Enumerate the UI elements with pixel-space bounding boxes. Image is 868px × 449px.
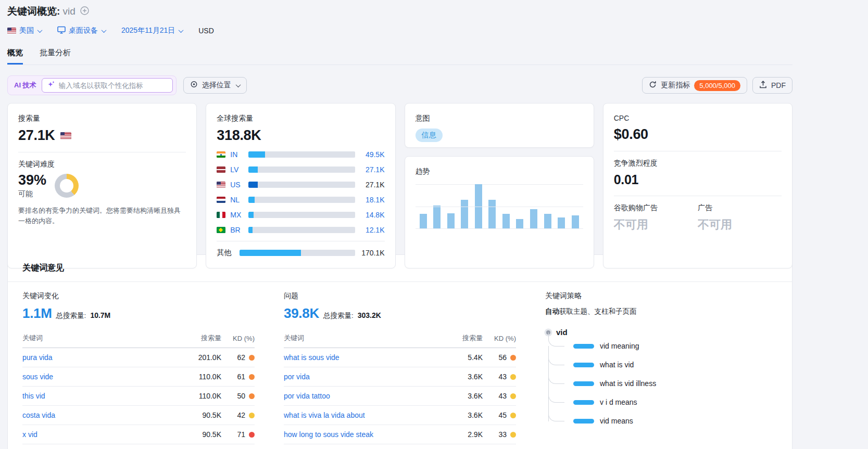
global-volume-card: 全球搜索量 318.8K IN 49.5K LV 27.1K US [206,103,395,268]
country-volume-value[interactable]: 18.1K [360,196,385,204]
strategy-child-label[interactable]: v i d means [600,398,637,406]
keyword-link[interactable]: what is sous vide [284,353,339,362]
other-volume-value: 170.1K [360,249,385,257]
column-header-keyword[interactable]: 关键词 [284,329,443,348]
strategy-child: vid means [548,412,777,430]
country-row: NL 18.1K [217,196,384,204]
country-row: IN 49.5K [217,150,384,159]
page-title: 关键词概览: vid [7,5,76,18]
topic-bar-icon [573,419,594,424]
questions-total-label: 总搜索量: [323,311,354,320]
keyword-link[interactable]: how long to sous vide steak [284,430,373,439]
strategy-subtitle-rest: 获取主题、支柱和子页面 [559,307,637,315]
strategy-child-label[interactable]: vid means [600,417,633,425]
page-title-text: 关键词概览: [7,6,60,17]
other-countries-row: 其他 170.1K [217,248,384,258]
page-title-keyword: vid [63,6,76,17]
keyword-link[interactable]: costa vida [22,411,55,419]
select-location-button[interactable]: 选择位置 [183,77,247,94]
kd-value: 61 [237,373,245,381]
country-code-link[interactable]: NL [230,196,244,204]
ai-personalization-pill: AI 技术 [7,75,177,95]
strategy-child-label[interactable]: vid meaning [600,342,639,350]
volume-cell: 3.6K [443,367,483,387]
keyword-link[interactable]: por vida [284,373,310,381]
search-volume-title: 搜索量 [18,114,186,123]
chevron-down-icon [37,28,43,33]
keyword-strategy-tree: vid vid meaning what is vid what is vid … [545,328,777,430]
shopping-ads-title: 谷歌购物广告 [614,203,698,213]
column-header-volume[interactable]: 搜索量 [443,329,483,348]
shopping-ads-value: 不可用 [614,217,698,233]
country-volume-value[interactable]: 12.1K [360,226,385,234]
column-header-keyword[interactable]: 关键词 [22,329,182,348]
domain-input[interactable] [59,82,167,89]
divider [614,196,782,196]
topic-bar-icon [573,363,594,367]
divider [614,151,782,151]
country-volume-value[interactable]: 27.1K [360,165,385,174]
column-header-volume[interactable]: 搜索量 [182,329,221,348]
cpc-title: CPC [614,114,782,122]
volume-cell: 5.4K [443,348,483,367]
topic-bar-icon [573,400,594,405]
country-volume-bar [248,166,355,173]
table-row: costa vida 90.5K 42 [22,406,255,425]
kd-value: 45 [498,411,507,419]
country-code-link[interactable]: BR [230,226,244,234]
country-row: US 27.1K [217,181,384,189]
other-volume-bar-fill [240,250,301,256]
kd-value: 71 [237,430,245,439]
kd-dot [249,393,255,399]
table-row: this vid 110.0K 50 [22,387,255,406]
kd-description: 要排名的有竞争力的关键词。您将需要结构清晰且独具一格的内容。 [18,206,186,226]
questions-count-link[interactable]: 39.8K [284,305,319,322]
questions-column: 问题 39.8K 总搜索量: 303.2K 关键词 搜索量 KD (%) wha… [284,291,516,444]
variations-count-link[interactable]: 1.1M [22,305,52,322]
column-header-kd[interactable]: KD (%) [221,329,255,348]
country-volume-value[interactable]: 27.1K [360,181,385,189]
strategy-child-label[interactable]: what is vid illness [600,379,656,388]
divider [217,241,384,241]
country-volume-bar [248,182,355,188]
divider [18,152,186,152]
tab-bulk-analysis[interactable]: 批量分析 [40,48,71,65]
device-filter[interactable]: 桌面设备 [57,26,106,35]
kd-dot [510,374,516,380]
br-flag-icon [217,227,225,233]
ads-title: 广告 [698,203,782,213]
country-code-link[interactable]: US [230,181,244,189]
topic-bar-icon [573,381,594,386]
page-header: 关键词概览: vid [7,0,792,18]
export-pdf-button[interactable]: PDF [752,77,792,94]
country-volume-value[interactable]: 14.8K [360,211,385,219]
country-code-link[interactable]: LV [230,165,244,174]
kd-dot [249,413,255,418]
keyword-link[interactable]: x vid [22,430,37,439]
volume-cell: 110.0K [182,387,221,406]
tab-overview[interactable]: 概览 [7,48,23,65]
kd-value: 50 [237,392,245,400]
country-code-link[interactable]: MX [230,211,244,219]
keyword-link[interactable]: this vid [22,392,45,400]
intent-badge[interactable]: 信息 [416,129,443,142]
strategy-children: vid meaning what is vid what is vid illn… [548,337,777,430]
keyword-link[interactable]: pura vida [22,353,53,362]
trend-bar [461,200,468,228]
keyword-link[interactable]: por vida tattoo [284,392,330,400]
us-flag-icon [60,132,71,139]
strategy-child: what is vid [548,355,777,374]
keyword-link[interactable]: sous vide [22,373,53,381]
strategy-child-label[interactable]: what is vid [600,361,634,369]
country-code-link[interactable]: IN [230,150,244,159]
refresh-metrics-button[interactable]: 更新指标 5,000/5,000 [642,77,747,94]
country-filter[interactable]: 美国 [7,26,42,35]
column-header-kd[interactable]: KD (%) [483,329,516,348]
add-keyword-icon[interactable] [80,6,89,17]
date-filter[interactable]: 2025年11月21日 [121,26,183,35]
kd-dot [249,432,255,438]
keyword-link[interactable]: what is viva la vida about [284,411,365,419]
country-volume-value[interactable]: 49.5K [360,150,385,159]
intent-trend-column: 意图 信息 趋势 [405,103,594,268]
metric-cards: 搜索量 27.1K 关键词难度 39% 可能 要排名的有竞争力的关键词。您将需要… [7,103,792,248]
